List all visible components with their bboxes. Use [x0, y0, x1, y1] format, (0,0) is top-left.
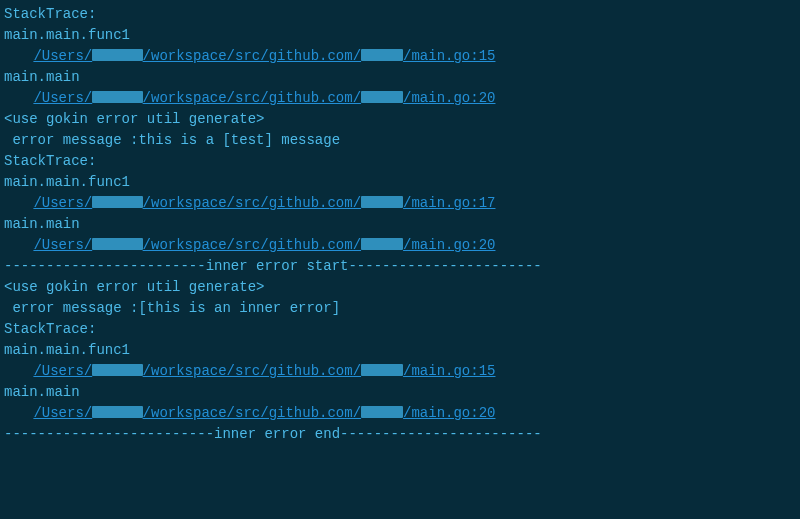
- error-header: <use gokin error util generate>: [4, 109, 796, 130]
- path-seg: /Users/: [33, 237, 92, 253]
- stack-func: main.main.func1: [4, 172, 796, 193]
- path-seg: /Users/: [33, 90, 92, 106]
- path-seg: /Users/: [33, 405, 92, 421]
- stack-func: main.main: [4, 214, 796, 235]
- error-message: error message :[this is an inner error]: [4, 298, 796, 319]
- path-seg: /workspace/src/github.com/: [143, 90, 361, 106]
- stack-path-link[interactable]: /Users//workspace/src/github.com//main.g…: [33, 237, 495, 253]
- path-seg: /workspace/src/github.com/: [143, 405, 361, 421]
- path-seg: /main.go:20: [403, 237, 495, 253]
- redacted-segment: [92, 196, 142, 208]
- path-seg: /workspace/src/github.com/: [143, 363, 361, 379]
- redacted-segment: [361, 364, 403, 376]
- path-seg: /main.go:20: [403, 90, 495, 106]
- inner-error-end-rule: -------------------------inner error end…: [4, 424, 796, 445]
- path-seg: /Users/: [33, 363, 92, 379]
- stack-path-line: /Users//workspace/src/github.com//main.g…: [4, 403, 796, 424]
- path-seg: /main.go:15: [403, 48, 495, 64]
- redacted-segment: [361, 49, 403, 61]
- stack-path-link[interactable]: /Users//workspace/src/github.com//main.g…: [33, 405, 495, 421]
- path-seg: /workspace/src/github.com/: [143, 237, 361, 253]
- stack-path-line: /Users//workspace/src/github.com//main.g…: [4, 46, 796, 67]
- redacted-segment: [92, 91, 142, 103]
- path-seg: /Users/: [33, 195, 92, 211]
- stack-path-link[interactable]: /Users//workspace/src/github.com//main.g…: [33, 195, 495, 211]
- path-seg: /main.go:17: [403, 195, 495, 211]
- stack-func: main.main.func1: [4, 25, 796, 46]
- path-seg: /workspace/src/github.com/: [143, 48, 361, 64]
- redacted-segment: [361, 406, 403, 418]
- stack-func: main.main: [4, 382, 796, 403]
- redacted-segment: [361, 196, 403, 208]
- stack-path-line: /Users//workspace/src/github.com//main.g…: [4, 235, 796, 256]
- redacted-segment: [92, 238, 142, 250]
- error-message: error message :this is a [test] message: [4, 130, 796, 151]
- stack-path-line: /Users//workspace/src/github.com//main.g…: [4, 193, 796, 214]
- stack-path-line: /Users//workspace/src/github.com//main.g…: [4, 361, 796, 382]
- path-seg: /workspace/src/github.com/: [143, 195, 361, 211]
- stack-path-line: /Users//workspace/src/github.com//main.g…: [4, 88, 796, 109]
- stack-path-link[interactable]: /Users//workspace/src/github.com//main.g…: [33, 48, 495, 64]
- redacted-segment: [92, 364, 142, 376]
- path-seg: /Users/: [33, 48, 92, 64]
- stack-path-link[interactable]: /Users//workspace/src/github.com//main.g…: [33, 90, 495, 106]
- redacted-segment: [361, 238, 403, 250]
- stack-func: main.main.func1: [4, 340, 796, 361]
- stacktrace-label: StackTrace:: [4, 4, 796, 25]
- redacted-segment: [361, 91, 403, 103]
- redacted-segment: [92, 49, 142, 61]
- stacktrace-label: StackTrace:: [4, 319, 796, 340]
- stack-func: main.main: [4, 67, 796, 88]
- stack-path-link[interactable]: /Users//workspace/src/github.com//main.g…: [33, 363, 495, 379]
- stacktrace-label: StackTrace:: [4, 151, 796, 172]
- error-header: <use gokin error util generate>: [4, 277, 796, 298]
- path-seg: /main.go:15: [403, 363, 495, 379]
- redacted-segment: [92, 406, 142, 418]
- path-seg: /main.go:20: [403, 405, 495, 421]
- inner-error-start-rule: ------------------------inner error star…: [4, 256, 796, 277]
